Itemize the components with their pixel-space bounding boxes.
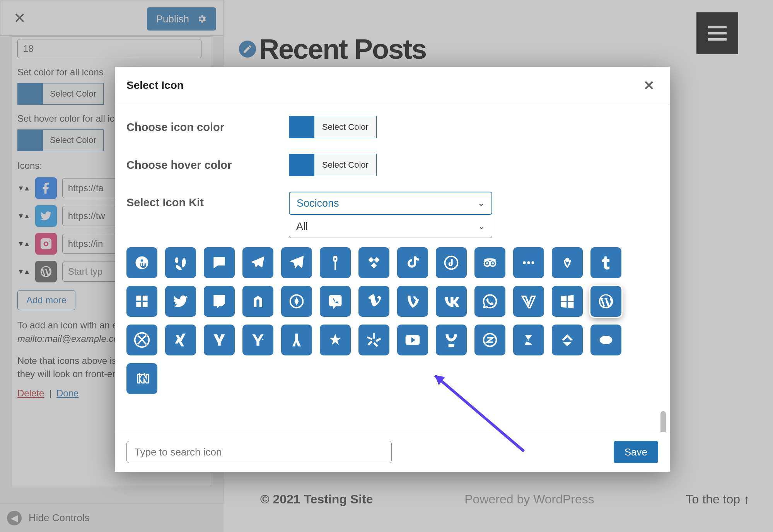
save-button[interactable]: Save [614, 441, 658, 463]
chevron-down-icon: ⌄ [478, 221, 485, 231]
icon-zazzle[interactable] [474, 325, 505, 355]
chevron-down-icon: ⌄ [478, 198, 485, 208]
icon-vk[interactable] [436, 286, 467, 317]
icon-xbox[interactable] [126, 325, 157, 355]
svg-point-6 [486, 262, 488, 265]
icon-swarm[interactable] [165, 247, 196, 278]
label-choose-hover: Choose hover color [126, 159, 289, 172]
icon-vimeo[interactable] [358, 286, 389, 317]
svg-rect-15 [143, 302, 148, 307]
icon-whatsapp[interactable] [474, 286, 505, 317]
svg-point-7 [492, 262, 494, 265]
icon-udemy[interactable] [242, 286, 273, 317]
icon-yahoo[interactable] [204, 325, 235, 355]
svg-rect-14 [136, 302, 141, 307]
color-swatch[interactable] [289, 116, 314, 138]
modal-body: Choose icon color Select Color Choose ho… [115, 104, 670, 432]
svg-rect-13 [143, 296, 148, 301]
row-icon-kit: Select Icon Kit Socicons ⌄ All ⌄ [126, 192, 659, 238]
icon-tunein[interactable] [126, 286, 157, 317]
icon-tiktok-alt[interactable] [436, 247, 467, 278]
modal-title: Select Icon [126, 79, 184, 92]
icon-grid [126, 247, 659, 394]
icon-triller[interactable] [513, 247, 544, 278]
icon-chat[interactable] [204, 247, 235, 278]
icon-twitter[interactable] [165, 286, 196, 317]
svg-point-8 [523, 261, 526, 264]
row-choose-color: Choose icon color Select Color [126, 116, 659, 138]
modal-header: Select Icon ✕ [115, 67, 670, 104]
icon-tumblr[interactable] [590, 247, 621, 278]
icon-yammer[interactable] [242, 325, 273, 355]
select-color-button[interactable]: Select Color [314, 154, 377, 176]
label-icon-kit: Select Icon Kit [126, 192, 289, 209]
svg-point-9 [527, 261, 530, 264]
label-choose-color: Choose icon color [126, 121, 289, 134]
svg-point-10 [531, 261, 534, 264]
svg-point-19 [600, 336, 613, 344]
icon-viber[interactable] [320, 286, 351, 317]
icon-twitch[interactable] [204, 286, 235, 317]
scrollbar-thumb[interactable] [660, 411, 666, 432]
icon-youtube[interactable] [397, 325, 428, 355]
icon-wordpress[interactable] [590, 286, 621, 317]
icon-younow[interactable] [436, 325, 467, 355]
close-icon[interactable]: ✕ [643, 78, 654, 93]
icon-yelp[interactable] [358, 325, 389, 355]
icon-tiktok[interactable] [397, 247, 428, 278]
color-swatch[interactable] [289, 154, 314, 176]
icon-zerply[interactable] [513, 325, 544, 355]
icon-stumbleupon[interactable] [126, 247, 157, 278]
icon-yandex[interactable] [281, 325, 312, 355]
icon-kit-select[interactable]: Socicons ⌄ [289, 192, 492, 215]
icon-trover[interactable] [552, 247, 583, 278]
search-input[interactable] [126, 441, 392, 463]
icon-zomato[interactable] [590, 325, 621, 355]
icon-telegram[interactable] [242, 247, 273, 278]
modal-footer: Save [115, 432, 670, 472]
svg-rect-12 [136, 296, 141, 301]
icon-vine[interactable] [397, 286, 428, 317]
select-color-button[interactable]: Select Color [314, 116, 377, 138]
icon-windows[interactable] [552, 286, 583, 317]
icon-zillow[interactable] [552, 325, 583, 355]
icon-yelp-star[interactable] [320, 325, 351, 355]
scrollbar[interactable] [660, 290, 666, 432]
icon-zynga[interactable] [126, 363, 157, 394]
row-choose-hover: Choose hover color Select Color [126, 154, 659, 176]
icon-wikipedia[interactable] [513, 286, 544, 317]
icon-fork[interactable] [320, 247, 351, 278]
icon-tripadvisor[interactable] [474, 247, 505, 278]
icon-tidal[interactable] [358, 247, 389, 278]
icon-xing[interactable] [165, 325, 196, 355]
select-icon-modal: Select Icon ✕ Choose icon color Select C… [115, 67, 670, 472]
svg-point-11 [565, 258, 570, 262]
icon-unsplash[interactable] [281, 286, 312, 317]
icon-filter-select[interactable]: All ⌄ [289, 215, 492, 238]
icon-telegram-plane[interactable] [281, 247, 312, 278]
